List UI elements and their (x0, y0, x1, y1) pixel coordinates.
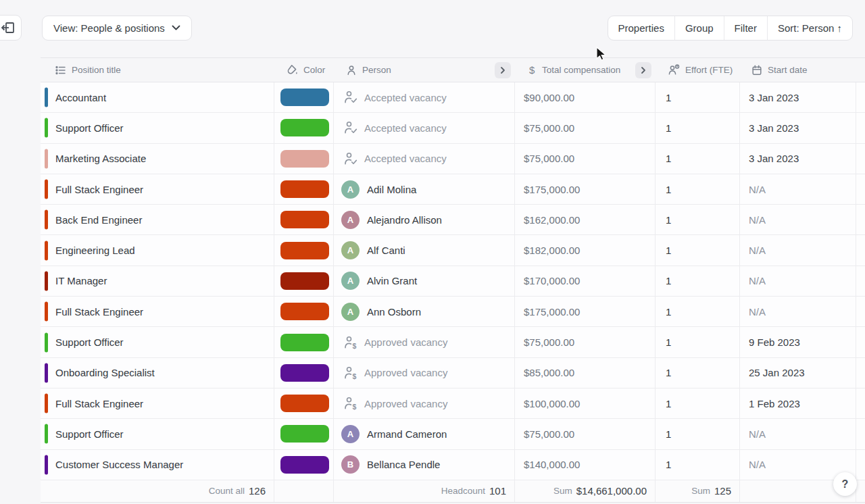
compensation-cell[interactable]: $175,000.00 (515, 297, 656, 326)
color-swatch[interactable] (280, 119, 329, 136)
table-row[interactable]: Customer Success Manager B Bellanca Pend… (41, 450, 865, 480)
color-cell[interactable] (274, 235, 334, 265)
position-title-cell[interactable]: Customer Success Manager (41, 450, 274, 480)
effort-cell[interactable]: 1 (656, 113, 740, 143)
column-header-position-title[interactable]: Position title (41, 58, 274, 82)
start-date-cell[interactable]: N/A (740, 205, 856, 234)
position-title-cell[interactable]: Back End Engineer (41, 205, 274, 234)
start-date-cell[interactable]: N/A (740, 174, 856, 204)
effort-cell[interactable]: 1 (656, 388, 740, 418)
color-cell[interactable] (274, 266, 334, 296)
effort-cell[interactable]: 1 (656, 450, 740, 480)
person-cell[interactable]: A Alvin Grant (334, 266, 515, 296)
start-date-cell[interactable]: 1 Feb 2023 (740, 388, 856, 418)
person-cell[interactable]: $ Approved vacancy (334, 358, 515, 388)
compensation-cell[interactable]: $162,000.00 (515, 205, 656, 234)
effort-cell[interactable]: 1 (656, 174, 740, 204)
compensation-cell[interactable]: $75,000.00 (515, 144, 656, 174)
compensation-cell[interactable]: $90,000.00 (515, 82, 656, 112)
effort-cell[interactable]: 1 (656, 419, 740, 449)
table-row[interactable]: IT Manager A Alvin Grant $170,000.00 1 N… (41, 266, 865, 297)
table-row[interactable]: Engineering Lead A Alf Canti $182,000.00… (41, 235, 865, 266)
footer-headcount[interactable]: Headcount 101 (334, 480, 515, 502)
collapse-sidebar-button[interactable] (0, 15, 22, 41)
color-swatch[interactable] (280, 334, 329, 351)
effort-cell[interactable]: 1 (656, 327, 740, 357)
person-cell[interactable]: $ Approved vacancy (334, 327, 515, 357)
start-date-cell[interactable]: N/A (740, 297, 856, 326)
color-swatch[interactable] (280, 242, 329, 259)
position-title-cell[interactable]: Full Stack Engineer (41, 174, 274, 204)
color-swatch[interactable] (280, 272, 329, 290)
column-header-color[interactable]: Color (274, 58, 334, 82)
person-cell[interactable]: $ Approved vacancy (334, 388, 515, 418)
person-cell[interactable]: A Armand Cameron (334, 419, 515, 449)
color-cell[interactable] (274, 174, 334, 204)
position-title-cell[interactable]: Onboarding Specialist (41, 358, 274, 388)
person-cell[interactable]: A Ann Osborn (334, 297, 515, 326)
person-cell[interactable]: Accepted vacancy (334, 82, 515, 112)
help-button[interactable]: ? (833, 472, 857, 496)
table-row[interactable]: Full Stack Engineer $ Approved vacancy $… (41, 388, 865, 419)
color-cell[interactable] (274, 297, 334, 326)
start-date-cell[interactable]: 25 Jan 2023 (740, 358, 856, 388)
column-header-person[interactable]: Person (334, 58, 515, 82)
table-row[interactable]: Accountant Accepted vacancy $90,000.00 1 (41, 82, 865, 113)
column-header-total-compensation[interactable]: $ Total compensation (515, 58, 656, 82)
table-row[interactable]: Back End Engineer A Alejandro Allison $1… (41, 205, 865, 235)
color-swatch[interactable] (280, 303, 329, 320)
color-swatch[interactable] (280, 425, 329, 443)
compensation-cell[interactable]: $170,000.00 (515, 266, 656, 296)
column-header-start-date[interactable]: Start date (740, 58, 856, 82)
effort-cell[interactable]: 1 (656, 144, 740, 174)
effort-cell[interactable]: 1 (656, 266, 740, 296)
color-cell[interactable] (274, 327, 334, 357)
color-swatch[interactable] (280, 364, 329, 382)
filter-button[interactable]: Filter (724, 16, 768, 40)
start-date-cell[interactable]: N/A (740, 266, 856, 296)
start-date-cell[interactable]: 9 Feb 2023 (740, 327, 856, 357)
view-selector-button[interactable]: View: People & positions (42, 16, 192, 41)
color-cell[interactable] (274, 205, 334, 234)
expand-person-column-button[interactable] (495, 62, 511, 78)
position-title-cell[interactable]: Support Officer (41, 113, 274, 143)
color-cell[interactable] (274, 419, 334, 449)
start-date-cell[interactable]: N/A (740, 419, 856, 449)
table-row[interactable]: Support Officer Accepted vacancy $75,000… (41, 113, 865, 143)
person-cell[interactable]: B Bellanca Pendle (334, 450, 515, 480)
table-row[interactable]: Full Stack Engineer A Adil Molina $175,0… (41, 174, 865, 205)
table-row[interactable]: Full Stack Engineer A Ann Osborn $175,00… (41, 297, 865, 327)
compensation-cell[interactable]: $140,000.00 (515, 450, 656, 480)
person-cell[interactable]: A Alejandro Allison (334, 205, 515, 234)
color-cell[interactable] (274, 144, 334, 174)
position-title-cell[interactable]: Accountant (41, 82, 274, 112)
effort-cell[interactable]: 1 (656, 235, 740, 265)
effort-cell[interactable]: 1 (656, 82, 740, 112)
column-header-effort[interactable]: Effort (FTE) (656, 58, 740, 82)
color-cell[interactable] (274, 450, 334, 480)
color-swatch[interactable] (280, 89, 329, 106)
color-cell[interactable] (274, 388, 334, 418)
compensation-cell[interactable]: $75,000.00 (515, 419, 656, 449)
position-title-cell[interactable]: IT Manager (41, 266, 274, 296)
compensation-cell[interactable]: $75,000.00 (515, 327, 656, 357)
table-row[interactable]: Support Officer A Armand Cameron $75,000… (41, 419, 865, 449)
effort-cell[interactable]: 1 (656, 297, 740, 326)
start-date-cell[interactable]: 3 Jan 2023 (740, 82, 856, 112)
footer-count-all[interactable]: Count all 126 (41, 480, 274, 502)
start-date-cell[interactable]: 3 Jan 2023 (740, 113, 856, 143)
position-title-cell[interactable]: Engineering Lead (41, 235, 274, 265)
color-swatch[interactable] (280, 395, 329, 412)
compensation-cell[interactable]: $175,000.00 (515, 174, 656, 204)
color-swatch[interactable] (280, 150, 329, 168)
person-cell[interactable]: Accepted vacancy (334, 144, 515, 174)
expand-compensation-column-button[interactable] (635, 62, 651, 78)
sort-button[interactable]: Sort: Person ↑ (768, 16, 852, 40)
compensation-cell[interactable]: $100,000.00 (515, 388, 656, 418)
footer-sum-compensation[interactable]: Sum $14,661,000.00 (515, 480, 656, 502)
start-date-cell[interactable]: 3 Jan 2023 (740, 144, 856, 174)
position-title-cell[interactable]: Support Officer (41, 419, 274, 449)
color-swatch[interactable] (280, 180, 329, 198)
compensation-cell[interactable]: $182,000.00 (515, 235, 656, 265)
color-swatch[interactable] (280, 456, 329, 474)
